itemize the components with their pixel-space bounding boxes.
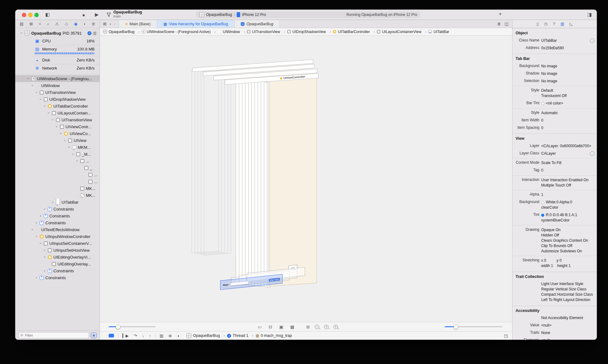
disclosure-icon[interactable] — [43, 255, 46, 259]
zoom-window-button[interactable] — [34, 13, 39, 17]
jump-to-class-button[interactable] — [590, 151, 595, 156]
jump-bar-item[interactable]: UITransitionView — [247, 30, 287, 34]
jump-bar-item[interactable]: OpaqueBarBug — [103, 30, 142, 34]
quick-help-inspector-icon[interactable]: ? — [553, 22, 555, 26]
tree-row[interactable]: UIEditingOverlay... — [15, 260, 100, 267]
issue-navigator-icon[interactable]: ⚠ — [55, 22, 59, 26]
object-inspector-icon[interactable]: ▥ — [561, 22, 564, 26]
debug-view-hierarchy-icon[interactable]: ▥ — [160, 333, 163, 338]
editor-tab[interactable]: OpaqueBarBug — [234, 20, 280, 28]
breakpoint-navigator-icon[interactable]: ◗ — [83, 22, 86, 26]
file-inspector-icon[interactable]: ▯ — [536, 22, 539, 26]
disclosure-icon[interactable] — [39, 214, 42, 218]
filter-input[interactable] — [24, 333, 87, 337]
symbol-navigator-icon[interactable]: ⌗ — [39, 22, 41, 27]
tree-row[interactable]: Constraints — [15, 206, 100, 212]
debug-breadcrumb-item[interactable]: OpaqueBarBug — [186, 333, 227, 338]
jump-bar-item[interactable]: UIWindowScene - (Foreground Active) — [142, 30, 218, 34]
color-well-icon[interactable] — [541, 201, 544, 204]
tree-row[interactable]: UIInputSetContainerV... — [15, 240, 100, 247]
disclosure-icon[interactable] — [35, 234, 38, 239]
adjust-view-mode-icon[interactable]: ▭ — [258, 324, 262, 329]
jump-bar-item[interactable]: UIDropShadowView — [287, 30, 333, 34]
tree-row[interactable]: UIInputSetHostView — [15, 247, 100, 254]
color-well-icon[interactable] — [541, 102, 544, 105]
disclosure-icon[interactable] — [20, 31, 23, 35]
editor-tab[interactable]: View hierarchy for OpaqueBarBug — [157, 20, 234, 28]
tree-row[interactable]: UITabBarController — [15, 103, 100, 109]
show-clipped-content-icon[interactable]: ⊟ — [269, 324, 272, 329]
tree-row[interactable]: UIInputWindowController — [15, 233, 100, 240]
tree-row[interactable]: UITabBar — [15, 199, 100, 206]
show-constraints-icon[interactable]: ▣ — [279, 324, 283, 329]
zoom-out-button[interactable]: − — [315, 325, 319, 329]
disclosure-icon[interactable] — [31, 83, 34, 88]
gauge-row[interactable]: ▤ Memory 100.8 MB — [15, 45, 100, 56]
debug-navigator-icon[interactable]: ◉ — [74, 22, 77, 26]
jump-bar-item[interactable]: UILayoutContainerView — [377, 30, 428, 34]
disclosure-icon[interactable] — [63, 138, 67, 143]
size-inspector-icon[interactable]: ◺ — [570, 22, 573, 26]
copy-icon[interactable]: ▥ — [93, 31, 96, 35]
step-out-button[interactable]: ↑ — [149, 333, 151, 338]
debug-breadcrumb-item[interactable]: ▦ 0 mach_msg_trap — [256, 333, 298, 338]
jump-bar-item[interactable]: UITabBar — [428, 30, 455, 34]
tree-row[interactable]: UIDropShadowView — [15, 96, 100, 103]
scheme-app-name[interactable]: OpaqueBarBug — [206, 12, 232, 17]
tree-row[interactable]: ... — [15, 158, 100, 164]
find-navigator-icon[interactable]: ⌕ — [47, 22, 49, 27]
tree-row[interactable]: UIWindowScene - (Foregrou... — [15, 75, 100, 82]
toggle-debug-area-button[interactable] — [109, 334, 114, 337]
tab-overview-icon[interactable]: ⊞ — [103, 22, 106, 26]
tree-row[interactable]: ... — [15, 178, 100, 185]
disclosure-icon[interactable] — [67, 145, 71, 149]
disclosure-icon[interactable] — [51, 118, 54, 122]
map-content-view[interactable] — [269, 78, 317, 287]
toggle-left-sidebar-icon[interactable]: ◧ — [45, 12, 50, 18]
tree-row[interactable]: Constraints — [15, 267, 100, 274]
disclosure-icon[interactable] — [55, 124, 58, 129]
jump-bar-item[interactable]: UIWindow — [218, 30, 247, 34]
forward-button[interactable]: › — [114, 22, 115, 26]
disclosure-icon[interactable] — [51, 200, 54, 204]
show-debugged-views-toggle[interactable]: ▣ — [91, 332, 96, 338]
disclosure-icon[interactable] — [43, 207, 46, 211]
tree-row[interactable]: UILayoutContain... — [15, 109, 100, 116]
tree-row[interactable]: UIView — [15, 137, 100, 144]
color-well-icon[interactable] — [541, 214, 544, 217]
disclosure-icon[interactable] — [43, 248, 46, 252]
disclosure-icon[interactable] — [43, 269, 46, 273]
disclosure-icon[interactable] — [35, 221, 38, 225]
disclosure-icon[interactable] — [35, 275, 38, 280]
tree-row[interactable]: _ — [15, 164, 100, 171]
code-review-icon[interactable]: ≣ — [497, 22, 501, 26]
tree-row[interactable]: MK... — [15, 185, 100, 192]
tree-row[interactable]: Constraints — [15, 219, 100, 226]
disclosure-icon[interactable] — [31, 227, 34, 232]
jump-to-class-button[interactable] — [590, 38, 595, 43]
view-hierarchy-3d-canvas[interactable]: UIViewController Maps Map Style — [100, 36, 512, 322]
orient-to-2d-icon[interactable]: ⊞ — [306, 324, 310, 329]
filter-field[interactable]: ⊜ — [18, 332, 89, 338]
debug-breadcrumb-item[interactable]: Thread 1 — [227, 333, 255, 338]
tree-row[interactable]: Constraints — [15, 212, 100, 219]
toggle-console-icon[interactable]: ◳ — [504, 333, 508, 338]
editor-tab[interactable]: Main (Base) — [119, 20, 157, 28]
spacing-slider[interactable] — [109, 326, 156, 327]
disclosure-icon[interactable] — [71, 152, 75, 156]
disclosure-icon[interactable] — [35, 90, 38, 95]
back-button[interactable]: ‹ — [110, 22, 111, 26]
actual-size-button[interactable]: = — [324, 325, 329, 329]
tree-row[interactable]: MK... — [15, 192, 100, 199]
scheme-device-name[interactable]: iPhone 12 Pro — [242, 12, 266, 17]
gauge-row[interactable]: ⊕ Network Zero KB/s — [15, 64, 100, 72]
zoom-in-button[interactable]: + — [334, 325, 338, 329]
tree-row[interactable]: UIViewCo... — [15, 130, 100, 137]
tree-row[interactable]: UIEditingOverlayVi... — [15, 254, 100, 260]
tree-row[interactable]: ... — [15, 171, 100, 178]
slider-knob[interactable] — [454, 324, 458, 329]
continue-button[interactable]: ▎▶ — [122, 333, 129, 338]
tree-row[interactable]: MKM... — [15, 144, 100, 151]
step-into-button[interactable]: ↓ — [142, 333, 144, 338]
test-navigator-icon[interactable]: ◇ — [65, 22, 68, 26]
